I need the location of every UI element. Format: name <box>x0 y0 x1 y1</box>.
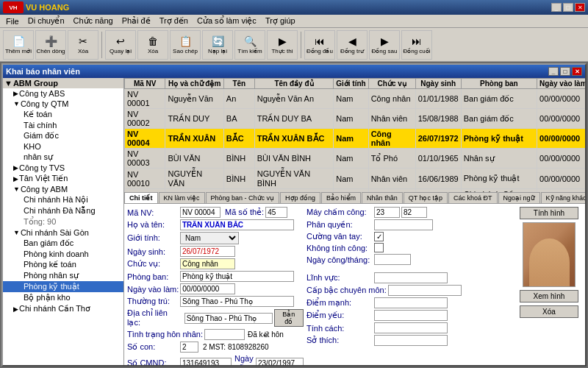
toolbar-copy[interactable]: 📋 Sao chép <box>170 30 201 60</box>
sub-minimize-btn[interactable]: _ <box>548 67 559 76</box>
tinhtrang-label: Tình trạng hôn nhân: <box>127 330 203 339</box>
tab-knlamviec[interactable]: KN làm việc <box>159 192 205 203</box>
menu-reports[interactable]: Phải đề <box>119 15 154 26</box>
tree-item-cantho[interactable]: ▶Chi nhánh Cần Thơ <box>3 303 123 314</box>
col-ns: Ngày sinh <box>415 79 461 89</box>
sub-maximize-btn[interactable]: □ <box>560 67 570 76</box>
ngaycong-input[interactable] <box>374 254 411 265</box>
hoten-input[interactable] <box>180 219 294 230</box>
tree-item-tvs[interactable]: ▶Công ty TVS <box>3 163 123 173</box>
thuongtru-input[interactable] <box>180 296 294 307</box>
tree-item-tanviettien[interactable]: ▶Tân Việt Tiến <box>3 173 123 184</box>
diachi-input[interactable] <box>184 313 273 324</box>
tree-item-ketoan[interactable]: Kế toán <box>3 109 123 120</box>
table-row[interactable]: NV 00001 Nguyễn Văn An Nguyễn Văn An Nam… <box>125 89 586 109</box>
linhvuc-input[interactable] <box>374 272 448 283</box>
bando-btn[interactable]: Bản đồ <box>274 309 304 327</box>
tree-item-kho[interactable]: KHO <box>3 141 123 152</box>
phanquyen-input[interactable] <box>374 219 433 230</box>
table-row[interactable]: NV 00010 NGUYỄN VĂN BÌNH NGUYỄN VĂN BÌNH… <box>125 169 586 189</box>
tinhtrang-input[interactable] <box>204 329 245 340</box>
tab-phongban[interactable]: Phòng ban - Chức vụ <box>206 192 280 203</box>
table-row-selected[interactable]: NV 00004 TRẦN XUÂN BẮC TRẦN XUÂN BẮC Nam… <box>125 129 586 149</box>
toolbar-next[interactable]: ▶ Đồng sau <box>369 30 400 60</box>
tree-item-pnhansu[interactable]: Phòng nhân sự <box>3 270 123 281</box>
tree-item-giamdoc[interactable]: Giám đốc <box>3 130 123 141</box>
tab-ngoaingu[interactable]: Ngoại ngữ <box>498 192 540 203</box>
tinhcach-input[interactable] <box>374 322 448 333</box>
menu-workspace[interactable]: Cửa sổ làm việc <box>194 15 259 26</box>
table-row[interactable]: NV 00002 TRẦN DUY BA TRẦN DUY BA Nam Nhâ… <box>125 109 586 129</box>
tree-item-kktoan[interactable]: Phòng kế toán <box>3 259 123 270</box>
tree-item-qtm[interactable]: ▼Công ty QTM <box>3 99 123 109</box>
close-btn[interactable]: ✕ <box>575 3 585 12</box>
socmnd-input[interactable] <box>180 358 232 365</box>
minimize-btn[interactable]: _ <box>551 3 562 12</box>
tab-baohiem[interactable]: Bảo hiểm <box>321 192 361 203</box>
menu-file[interactable]: File <box>3 16 22 26</box>
tab-chitiet[interactable]: Chi tiết <box>124 192 158 203</box>
chucvu-input[interactable] <box>180 258 235 269</box>
xoa-btn[interactable]: Xóa <box>520 305 578 318</box>
socon-input[interactable] <box>180 342 198 353</box>
gioitinh-select[interactable]: NamNữ <box>180 232 239 244</box>
toolbar-clear[interactable]: 🗑 Xóa <box>137 30 168 60</box>
tree-item-danang[interactable]: Chi nhánh Đà Nẵng <box>3 205 123 216</box>
table-row[interactable]: NV 00003 BÙI VĂN BÌNH BÙI VĂN BÌNH Nam T… <box>125 149 586 169</box>
tree-item-abs[interactable]: ▶Công ty ABS <box>3 88 123 99</box>
tree-item-nhansu[interactable]: nhân sự <box>3 152 123 163</box>
tree-item-taichinh[interactable]: Tài chính <box>3 120 123 130</box>
ngaysinh-label: Ngày sinh: <box>127 247 179 256</box>
sub-window-title-text: Khai báo nhân viên <box>6 67 80 76</box>
menu-function[interactable]: Chức năng <box>71 15 116 26</box>
diemyeu-input[interactable] <box>374 310 448 321</box>
tree-item-bgd[interactable]: Ban giám đốc <box>3 238 123 249</box>
khongtinhcong-checkbox[interactable] <box>374 243 384 252</box>
tree-item-hanoi[interactable]: Chi nhánh Hà Nội <box>3 194 123 205</box>
tree-item-abm-group[interactable]: ▼ABM Group <box>3 78 123 88</box>
toolbar-back[interactable]: ↩ Quay lại <box>105 30 136 60</box>
diemmanh-input[interactable] <box>374 297 448 308</box>
tab-hopdong[interactable]: Hợp đồng <box>280 192 320 203</box>
ngaysinh-input[interactable] <box>180 246 235 257</box>
ngaycap-input[interactable] <box>256 358 304 365</box>
menu-utilities[interactable]: Trợ đến <box>157 15 191 26</box>
capbac-input[interactable] <box>388 285 462 296</box>
tree-item-bpkho[interactable]: Bộ phận kho <box>3 292 123 303</box>
maso-input[interactable] <box>265 207 287 218</box>
detail-tabs: Chi tiết KN làm việc Phòng ban - Chức vụ… <box>124 192 585 204</box>
cuongvantay-checkbox[interactable]: ✓ <box>374 232 384 241</box>
ngaycap-label: Ngày cấp: <box>234 354 254 365</box>
toolbar-execute[interactable]: ▶ Thực thi <box>267 30 298 60</box>
toolbar-first[interactable]: ⏮ Đồng đầu <box>304 30 335 60</box>
tree-item-pkythuat[interactable]: Phòng kỹ thuật <box>3 281 123 292</box>
toolbar-delete[interactable]: ✂ Xóa <box>68 30 98 60</box>
toolbar-search[interactable]: 🔍 Tìm kiếm <box>234 30 265 60</box>
maychamcong-input2[interactable] <box>401 207 427 218</box>
toolbar-insert[interactable]: ➕ Chèn dòng <box>35 30 66 60</box>
tree-item-kinhdoanh[interactable]: Phòng kinh doanh <box>3 249 123 259</box>
sub-window-title: Khai báo nhân viên _ □ ✕ <box>3 65 585 78</box>
xemhinh-btn[interactable]: Xem hình <box>520 290 578 302</box>
toolbar-reload[interactable]: 🔄 Nạp lại <box>202 30 233 60</box>
tab-kynang[interactable]: Kỹ năng khác <box>541 192 585 203</box>
ngayvaolam-input[interactable] <box>180 283 235 294</box>
phongban-input[interactable] <box>180 271 294 282</box>
tab-qthoctap[interactable]: QT học tập <box>404 192 448 203</box>
toolbar-last[interactable]: ⏭ Đồng cuối <box>401 30 432 60</box>
tree-item-abm[interactable]: ▼Công ty ABM <box>3 184 123 194</box>
menu-help[interactable]: Trợ giúp <box>262 15 298 26</box>
tree-item-saigon[interactable]: ▼Chi nhánh Sài Gòn <box>3 227 123 238</box>
col-gt: Giới tính <box>334 79 368 89</box>
sothich-input[interactable] <box>374 335 448 346</box>
menu-navigate[interactable]: Di chuyển <box>25 15 68 26</box>
toolbar-prev[interactable]: ◀ Đồng trư <box>337 30 368 60</box>
maximize-btn[interactable]: □ <box>563 3 573 12</box>
manv-input[interactable] <box>180 207 220 218</box>
tinhhình-btn[interactable]: Tính hình <box>520 207 578 219</box>
toolbar-add[interactable]: 📄 Thêm mới <box>3 30 34 60</box>
sub-close-btn[interactable]: ✕ <box>572 67 582 76</box>
tab-nhanthan[interactable]: Nhân thân <box>362 192 403 203</box>
tab-cackhoa[interactable]: Các khoá ĐT <box>448 192 498 203</box>
maychamcong-input[interactable] <box>374 207 400 218</box>
